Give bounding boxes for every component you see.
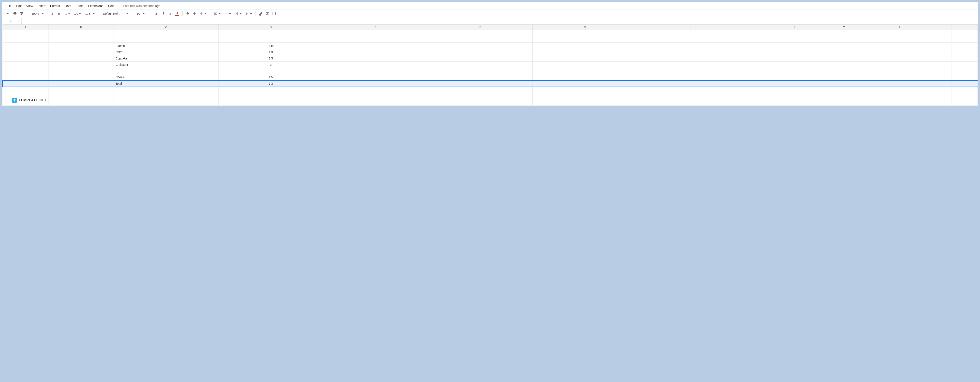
format-percent-button[interactable]: %: [56, 11, 62, 17]
cell-B1[interactable]: [48, 30, 114, 36]
cell-B7[interactable]: [48, 68, 114, 74]
font-select[interactable]: Default (Ari...: [100, 12, 130, 15]
cell-overflow-3[interactable]: [951, 43, 978, 49]
cell-C9[interactable]: Total:: [114, 80, 218, 87]
cell-H11[interactable]: [637, 93, 742, 99]
cell-A1[interactable]: [3, 30, 48, 36]
cell-J9[interactable]: [847, 80, 951, 87]
cell-F4[interactable]: [428, 49, 533, 55]
cell-C10[interactable]: [114, 87, 218, 93]
filter-icon[interactable]: [843, 26, 845, 29]
italic-button[interactable]: I: [161, 11, 166, 17]
cell-F8[interactable]: [428, 74, 533, 80]
number-format-select[interactable]: 123: [83, 12, 96, 15]
cell-D9[interactable]: 7.3: [218, 80, 323, 87]
cell-B5[interactable]: [48, 55, 114, 62]
cell-overflow-4[interactable]: [951, 49, 978, 55]
column-header-C[interactable]: C: [114, 25, 218, 30]
cell-C5[interactable]: Cupcake: [114, 55, 218, 62]
cell-F11[interactable]: [428, 93, 533, 99]
cell-G8[interactable]: [533, 74, 637, 80]
menu-help[interactable]: Help: [108, 4, 115, 8]
cell-D7[interactable]: [218, 68, 323, 74]
cell-J12[interactable]: [847, 99, 951, 106]
borders-button[interactable]: [191, 11, 197, 17]
cell-A3[interactable]: [3, 43, 48, 49]
cell-overflow-6[interactable]: [951, 62, 978, 68]
cell-A2[interactable]: [3, 36, 48, 43]
decrease-decimal-button[interactable]: .0: [63, 11, 71, 17]
cell-B8[interactable]: [48, 74, 114, 80]
cell-E6[interactable]: [323, 62, 428, 68]
cell-C3[interactable]: Patries: [114, 43, 218, 49]
cell-G5[interactable]: [533, 55, 637, 62]
cell-B11[interactable]: [48, 93, 114, 99]
cell-B12[interactable]: [48, 99, 114, 106]
column-header-E[interactable]: E: [323, 25, 428, 30]
cell-F1[interactable]: [428, 30, 533, 36]
cell-J4[interactable]: [847, 49, 951, 55]
increase-decimal-button[interactable]: .00: [72, 11, 82, 17]
paint-format-icon[interactable]: [19, 11, 25, 17]
cell-B3[interactable]: [48, 43, 114, 49]
cell-F2[interactable]: [428, 36, 533, 43]
name-box[interactable]: [2, 18, 14, 24]
cell-H2[interactable]: [637, 36, 742, 43]
cell-I1[interactable]: [742, 30, 847, 36]
cell-F7[interactable]: [428, 68, 533, 74]
cell-H7[interactable]: [637, 68, 742, 74]
cell-D2[interactable]: [218, 36, 323, 43]
cell-C11[interactable]: [114, 93, 218, 99]
horizontal-align-button[interactable]: [212, 12, 222, 16]
cell-J10[interactable]: [847, 87, 951, 93]
cell-C2[interactable]: [114, 36, 218, 43]
cell-D10[interactable]: [218, 87, 323, 93]
format-currency-button[interactable]: $: [49, 11, 55, 17]
cell-I10[interactable]: [742, 87, 847, 93]
zoom-select[interactable]: 100%: [29, 12, 45, 15]
cell-A9[interactable]: [3, 80, 48, 87]
cell-D8[interactable]: 1.5: [218, 74, 323, 80]
cell-F9[interactable]: [428, 80, 533, 87]
cell-H10[interactable]: [637, 87, 742, 93]
column-header-H[interactable]: H: [637, 25, 742, 30]
cell-D3[interactable]: Price: [218, 43, 323, 49]
cell-G10[interactable]: [533, 87, 637, 93]
print-icon[interactable]: [12, 11, 18, 17]
cell-H8[interactable]: [637, 74, 742, 80]
cell-overflow-8[interactable]: [951, 74, 978, 80]
menu-data[interactable]: Data: [65, 4, 72, 8]
cell-G3[interactable]: [533, 43, 637, 49]
cell-B6[interactable]: [48, 62, 114, 68]
cell-E10[interactable]: [323, 87, 428, 93]
cell-F12[interactable]: [428, 99, 533, 106]
cell-I6[interactable]: [742, 62, 847, 68]
merge-cells-button[interactable]: [198, 12, 208, 16]
cell-I5[interactable]: [742, 55, 847, 62]
cell-A10[interactable]: [3, 87, 48, 93]
cell-J2[interactable]: [847, 36, 951, 43]
cell-B2[interactable]: [48, 36, 114, 43]
menu-file[interactable]: File: [6, 4, 11, 8]
cell-C7[interactable]: [114, 68, 218, 74]
cell-D4[interactable]: 1.3: [218, 49, 323, 55]
cell-G7[interactable]: [533, 68, 637, 74]
cell-B10[interactable]: [48, 87, 114, 93]
insert-link-button[interactable]: [258, 11, 264, 17]
column-header-J[interactable]: J: [847, 25, 951, 30]
cell-I4[interactable]: [742, 49, 847, 55]
cell-D1[interactable]: [218, 30, 323, 36]
cell-overflow-11[interactable]: [951, 93, 978, 99]
cell-overflow-9[interactable]: [951, 80, 978, 87]
cell-E4[interactable]: [323, 49, 428, 55]
cell-G12[interactable]: [533, 99, 637, 106]
cell-J7[interactable]: [847, 68, 951, 74]
cell-E3[interactable]: [323, 43, 428, 49]
cell-E5[interactable]: [323, 55, 428, 62]
cell-C4[interactable]: Cake: [114, 49, 218, 55]
cell-E1[interactable]: [323, 30, 428, 36]
font-size-select[interactable]: 10: [134, 12, 149, 15]
cell-I2[interactable]: [742, 36, 847, 43]
cell-I9[interactable]: [742, 80, 847, 87]
cell-C8[interactable]: Cookie: [114, 74, 218, 80]
